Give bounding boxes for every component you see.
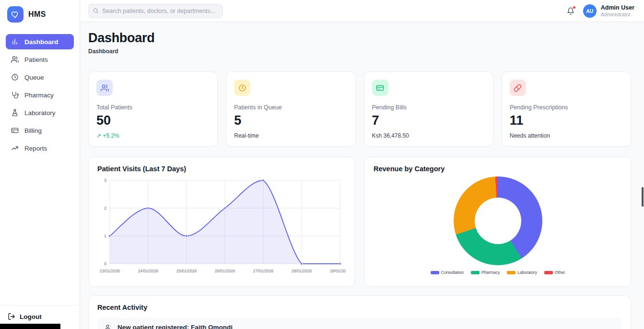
trending-up-icon [11, 144, 19, 152]
svg-text:29/01/2026: 29/01/2026 [330, 269, 346, 273]
logout-icon [8, 313, 15, 320]
svg-text:2: 2 [104, 206, 106, 211]
legend-label: Laboratory [517, 270, 537, 275]
billing-card-icon [11, 127, 19, 134]
user-role: Administrator [601, 12, 634, 17]
svg-text:23/01/2026: 23/01/2026 [100, 269, 120, 273]
sidebar-item-label: Billing [24, 127, 42, 134]
sidebar-item-label: Patients [24, 56, 48, 63]
legend-label: Consultation [441, 270, 464, 275]
donut-wrap: Consultation Pharmacy Laboratory Other [374, 173, 622, 275]
svg-text:24/01/2026: 24/01/2026 [138, 269, 159, 273]
bottom-left-overlay [0, 324, 60, 329]
sidebar-item-label: Pharmacy [24, 92, 54, 99]
page-title: Dashboard [88, 31, 631, 46]
user-name: Admin User [601, 4, 634, 12]
sidebar-item-label: Laboratory [24, 109, 56, 117]
legend-swatch [471, 271, 480, 274]
sidebar-item-label: Dashboard [24, 38, 59, 46]
activity-text: New patient registered: Faith Omondi [117, 324, 233, 329]
svg-text:27/01/2026: 27/01/2026 [253, 269, 274, 273]
svg-text:26/01/2026: 26/01/2026 [215, 269, 235, 273]
recent-activity-title: Recent Activity [97, 304, 622, 311]
logout-button[interactable]: Logout [8, 313, 72, 320]
svg-text:0: 0 [104, 261, 106, 266]
legend-swatch [431, 271, 439, 274]
app-root: HMS Dashboard Patients Queue Pharmacy La… [0, 0, 644, 329]
recent-activity-card: Recent Activity New patient registered: … [88, 295, 631, 329]
legend-item: Laboratory [507, 270, 537, 275]
stat-card-total-patients: Total Patients 50 ↗ +5.2% [88, 71, 218, 147]
chart-title: Revenue by Category [374, 165, 622, 173]
stat-card-pending-prescriptions: Pending Prescriptions 11 Needs attention [502, 71, 631, 147]
stat-sub: Needs attention [510, 132, 623, 139]
charts-row: Patient Visits (Last 7 Days) 012323/01/2… [88, 157, 631, 287]
clock-icon [234, 80, 250, 96]
page-content: Dashboard Dashboard Total Patients 50 ↗ … [80, 22, 644, 329]
main-area: AU Admin User Administrator Dashboard Da… [80, 0, 644, 329]
stat-sub: Real-time [234, 132, 347, 139]
sidebar-item-label: Reports [24, 145, 47, 152]
sidebar-item-dashboard[interactable]: Dashboard [6, 34, 74, 49]
legend-item: Other [544, 270, 565, 275]
topbar-right: AU Admin User Administrator [567, 4, 634, 18]
legend-swatch [507, 271, 515, 274]
clock-icon [11, 73, 19, 81]
people-icon [96, 80, 113, 96]
list-item[interactable]: New patient registered: Faith Omondi [97, 318, 622, 329]
sidebar-item-label: Queue [24, 74, 44, 81]
stat-value: 5 [234, 113, 347, 128]
stat-value: 7 [372, 113, 485, 128]
app-name: HMS [28, 10, 46, 19]
logout-label: Logout [20, 313, 42, 320]
pill-icon [510, 80, 526, 96]
svg-text:1: 1 [104, 234, 106, 238]
breadcrumb: Dashboard [88, 48, 631, 55]
legend-item: Consultation [431, 270, 464, 275]
chart-title: Patient Visits (Last 7 Days) [97, 165, 346, 173]
search-icon [93, 8, 99, 14]
search-box [88, 4, 223, 18]
stat-label: Total Patients [96, 104, 210, 111]
avatar: AU [583, 4, 597, 18]
app-logo: HMS [0, 0, 80, 28]
legend-item: Pharmacy [471, 270, 500, 275]
sidebar-item-billing[interactable]: Billing [6, 123, 74, 138]
user-menu[interactable]: AU Admin User Administrator [583, 4, 634, 18]
revenue-by-category-card: Revenue by Category Consultation Pharmac… [364, 157, 631, 287]
stat-value: 50 [96, 113, 210, 128]
sidebar-item-laboratory[interactable]: Laboratory [6, 105, 74, 120]
svg-text:28/01/2026: 28/01/2026 [292, 269, 312, 273]
revenue-donut [454, 176, 542, 265]
sidebar-item-patients[interactable]: Patients [6, 52, 74, 67]
patient-visits-chart: 012323/01/202624/01/202625/01/202626/01/… [97, 176, 346, 276]
billing-card-icon [372, 80, 388, 96]
sidebar-item-reports[interactable]: Reports [6, 141, 74, 156]
sidebar-item-queue[interactable]: Queue [6, 70, 74, 85]
scrollbar-thumb[interactable] [642, 187, 644, 207]
people-icon [11, 56, 19, 63]
stat-label: Pending Bills [372, 104, 485, 111]
svg-text:25/01/2026: 25/01/2026 [176, 269, 197, 273]
svg-text:3: 3 [104, 178, 106, 183]
stat-card-patients-in-queue: Patients in Queue 5 Real-time [226, 71, 355, 147]
notification-dot [573, 6, 575, 9]
patient-visits-card: Patient Visits (Last 7 Days) 012323/01/2… [88, 157, 355, 287]
sidebar-nav: Dashboard Patients Queue Pharmacy Labora… [0, 28, 80, 305]
stat-label: Pending Prescriptions [510, 104, 623, 111]
search-input[interactable] [88, 4, 223, 18]
legend-label: Other [555, 270, 565, 275]
stat-trend: ↗ +5.2% [96, 132, 210, 139]
stat-value: 11 [510, 113, 623, 128]
sidebar-item-pharmacy[interactable]: Pharmacy [6, 87, 74, 103]
stethoscope-icon [11, 91, 19, 99]
heart-logo-icon [7, 6, 23, 23]
sidebar: HMS Dashboard Patients Queue Pharmacy La… [0, 0, 80, 329]
flask-icon [11, 109, 19, 117]
notification-bell-icon[interactable] [567, 7, 574, 15]
donut-legend: Consultation Pharmacy Laboratory Other [431, 270, 565, 275]
stat-label: Patients in Queue [234, 104, 347, 111]
legend-label: Pharmacy [481, 270, 500, 275]
legend-swatch [544, 271, 553, 274]
topbar: AU Admin User Administrator [80, 0, 644, 22]
